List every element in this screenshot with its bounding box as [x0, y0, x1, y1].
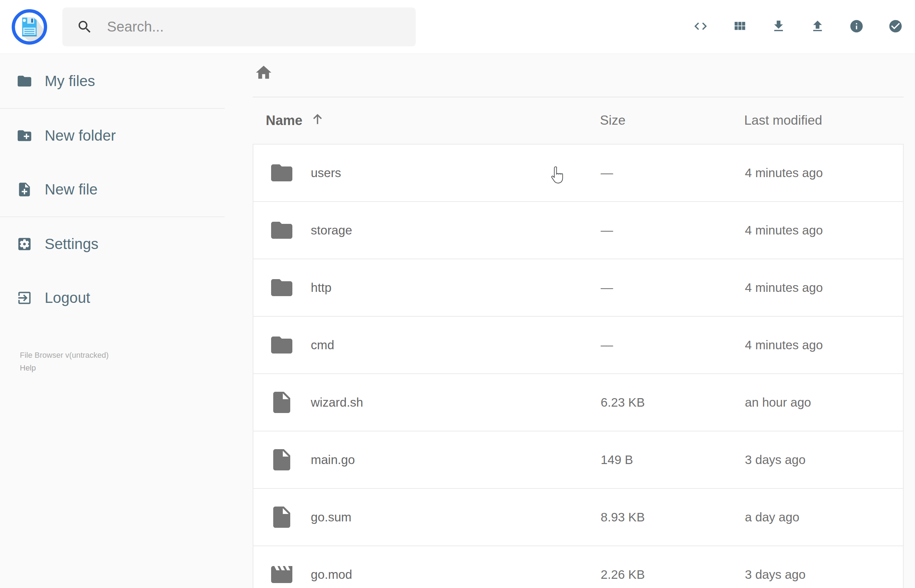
file-name-cell: wizard.sh — [253, 389, 601, 415]
new-folder-icon — [16, 128, 32, 144]
file-name: go.mod — [311, 567, 352, 582]
arrow-up-icon — [310, 112, 325, 129]
sidebar-item-label: New folder — [45, 127, 116, 144]
file-icon — [269, 389, 294, 415]
file-modified: 3 days ago — [745, 453, 903, 467]
file-size: — — [601, 166, 745, 180]
file-modified: a day ago — [745, 510, 903, 524]
file-icon — [269, 504, 294, 530]
table-row[interactable]: cmd — 4 minutes ago — [253, 316, 904, 374]
file-icon — [269, 447, 294, 473]
file-name: users — [311, 166, 341, 180]
folder-icon — [269, 218, 294, 243]
file-name: wizard.sh — [311, 395, 363, 409]
info-icon — [849, 19, 864, 35]
file-name-cell: cmd — [253, 332, 601, 358]
table-row[interactable]: main.go 149 B 3 days ago — [253, 431, 904, 489]
breadcrumb-home-button[interactable] — [254, 63, 273, 83]
top-bar: Search... — [0, 0, 915, 54]
sidebar-item-label: New file — [45, 181, 97, 198]
new-file-icon — [16, 181, 32, 198]
file-size: 6.23 KB — [601, 395, 745, 409]
grid-view-icon — [732, 19, 747, 35]
folder-icon — [16, 73, 32, 89]
select-multiple-button[interactable] — [876, 0, 915, 54]
sort-by-modified-header[interactable]: Last modified — [744, 113, 904, 128]
file-modified: 4 minutes ago — [745, 166, 903, 180]
file-size: — — [601, 281, 745, 295]
home-icon — [254, 77, 273, 83]
sidebar-item-label: My files — [45, 73, 95, 90]
sort-by-name-header[interactable]: Name — [253, 112, 600, 129]
table-row[interactable]: wizard.sh 6.23 KB an hour ago — [253, 373, 904, 431]
file-name-cell: go.mod — [253, 562, 601, 587]
sidebar-item-my-files[interactable]: My files — [0, 54, 225, 108]
sidebar-item-logout[interactable]: Logout — [0, 271, 225, 325]
file-modified: an hour ago — [745, 395, 903, 409]
file-listing: users — 4 minutes ago storage — 4 minute… — [253, 144, 904, 588]
download-icon — [771, 19, 786, 35]
folder-icon — [269, 160, 294, 186]
file-size: 149 B — [601, 453, 745, 467]
sidebar-item-settings[interactable]: Settings — [0, 217, 225, 271]
file-size: — — [601, 223, 745, 237]
logout-icon — [16, 290, 32, 306]
table-row[interactable]: users — 4 minutes ago — [253, 144, 904, 202]
app-logo — [11, 9, 47, 45]
file-name: go.sum — [311, 510, 352, 524]
sidebar-footer: File Browser v(untracked) Help — [20, 349, 109, 375]
table-row[interactable]: go.mod 2.26 KB 3 days ago — [253, 546, 904, 588]
file-listing-area: Name Size Last modified users — 4 minute… — [225, 54, 915, 588]
file-name-cell: users — [253, 160, 601, 186]
file-size: 8.93 KB — [601, 510, 745, 524]
download-button[interactable] — [759, 0, 798, 54]
help-link[interactable]: Help — [20, 362, 36, 375]
folder-icon — [269, 332, 294, 358]
folder-icon — [269, 275, 294, 300]
file-name: storage — [311, 223, 352, 237]
file-name: cmd — [311, 338, 334, 352]
settings-icon — [16, 236, 32, 252]
search-icon — [76, 19, 93, 35]
file-size: — — [601, 338, 745, 352]
info-button[interactable] — [837, 0, 876, 54]
upload-icon — [810, 19, 825, 35]
switch-view-button[interactable] — [720, 0, 759, 54]
header-actions — [681, 0, 915, 54]
upload-button[interactable] — [798, 0, 837, 54]
sidebar-item-label: Settings — [45, 236, 99, 252]
file-modified: 3 days ago — [745, 567, 903, 582]
table-row[interactable]: go.sum 8.93 KB a day ago — [253, 488, 904, 546]
file-modified: 4 minutes ago — [745, 281, 903, 295]
table-row[interactable]: http — 4 minutes ago — [253, 258, 904, 317]
sidebar-item-new-folder[interactable]: New folder — [0, 109, 225, 163]
sidebar-item-new-file[interactable]: New file — [0, 163, 225, 216]
file-name: http — [311, 281, 331, 295]
file-modified: 4 minutes ago — [745, 338, 903, 352]
search-placeholder: Search... — [107, 19, 164, 35]
column-name-label: Name — [266, 113, 302, 128]
toggle-shell-button[interactable] — [681, 0, 720, 54]
check-circle-icon — [888, 19, 903, 35]
file-name: main.go — [311, 453, 355, 467]
search-bar[interactable]: Search... — [62, 7, 416, 47]
sidebar-item-label: Logout — [45, 289, 90, 306]
movie-icon — [269, 562, 294, 587]
sidebar: My files New folder New file Settings — [0, 54, 225, 588]
listing-header: Name Size Last modified — [253, 97, 904, 144]
file-modified: 4 minutes ago — [745, 223, 903, 237]
file-name-cell: main.go — [253, 447, 601, 473]
file-name-cell: go.sum — [253, 504, 601, 530]
code-icon — [693, 19, 708, 35]
file-name-cell: storage — [253, 218, 601, 243]
table-row[interactable]: storage — 4 minutes ago — [253, 201, 904, 259]
app-version: File Browser v(untracked) — [20, 351, 109, 360]
file-name-cell: http — [253, 275, 601, 300]
file-size: 2.26 KB — [601, 567, 745, 582]
sort-by-size-header[interactable]: Size — [600, 113, 744, 128]
